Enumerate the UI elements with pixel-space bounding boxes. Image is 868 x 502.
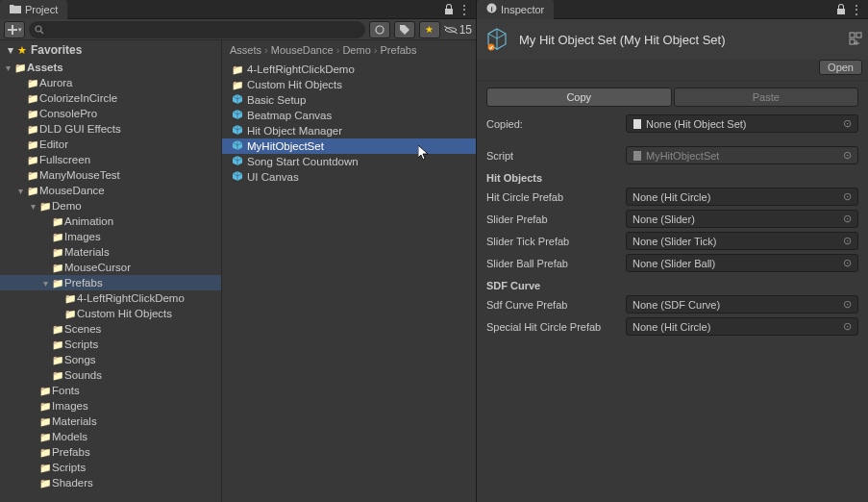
script-mini-icon [632,119,642,129]
favorites-header[interactable]: ▾ ★ Favorites [0,40,221,60]
folder-icon [26,78,39,88]
object-picker-icon[interactable]: ⊙ [843,320,852,333]
object-field[interactable]: None (Slider Tick)⊙ [626,232,858,250]
open-button[interactable]: Open [819,60,862,75]
chevron-down-icon[interactable]: ▾ [39,278,51,289]
tree-item-assets[interactable]: ▾Assets [0,60,221,75]
tree-item-materials[interactable]: Materials [0,244,221,260]
tree-item-scenes[interactable]: Scenes [0,321,221,337]
tree-item-images[interactable]: Images [0,229,221,244]
chevron-down-icon[interactable]: ▾ [27,201,38,212]
content-item-basic-setup[interactable]: Basic Setup [222,92,476,108]
object-field[interactable]: None (Slider)⊙ [626,210,858,228]
project-tab[interactable]: Project [0,0,67,19]
object-picker-icon[interactable]: ⊙ [843,190,852,203]
object-picker-icon[interactable]: ⊙ [843,213,852,225]
tree-item-label: Images [64,231,101,242]
breadcrumb-item[interactable]: MouseDance [271,44,334,56]
tree-item-prefabs[interactable]: ▾Prefabs [0,275,221,290]
preset-icon[interactable] [849,32,862,48]
tree-item-models[interactable]: Models [0,429,221,444]
tree-item-shaders[interactable]: Shaders [0,475,221,490]
breadcrumb-item[interactable]: Demo [342,44,370,56]
project-tree[interactable]: ▾ ★ Favorites ▾AssetsAuroraColorizeInCir… [0,40,221,502]
lock-icon[interactable] [835,4,847,15]
property-row: Slider Tick PrefabNone (Slider Tick)⊙ [477,230,868,252]
tree-item-prefabs[interactable]: Prefabs [0,444,221,460]
tree-item-mousecursor[interactable]: MouseCursor [0,260,221,275]
tree-item-mousedance[interactable]: ▾MouseDance [0,183,221,198]
property-label: Sdf Curve Prefab [486,299,626,311]
breadcrumb-separator [371,44,381,56]
tree-item-dld-gui-effects[interactable]: DLD GUI Effects [0,121,221,137]
tree-item-custom-hit-objects[interactable]: Custom Hit Objects [0,306,221,321]
object-field[interactable]: None (SDF Curve)⊙ [626,295,858,314]
content-item-myhitobjectset[interactable]: MyHitObjectSet [222,138,476,154]
breadcrumb-item[interactable]: Prefabs [381,44,417,56]
tree-item-4-leftrightclickdemo[interactable]: 4-LeftRightClickDemo [0,290,221,306]
content-item-ui-canvas[interactable]: UI Canvas [222,169,476,185]
search-field[interactable] [48,24,360,36]
object-field[interactable]: None (Hit Circle)⊙ [626,188,858,206]
menu-dots-icon[interactable]: ⋮ [851,4,862,15]
tree-item-animation[interactable]: Animation [0,213,221,229]
project-panel: Project ⋮ ▾ ★ 15 ▾ ★ F [0,0,477,502]
add-button[interactable]: ▾ [4,21,25,38]
tree-item-scripts[interactable]: Scripts [0,460,221,475]
hidden-items[interactable]: 15 [444,23,472,37]
folder-icon [232,63,243,75]
breadcrumb-item[interactable]: Assets [230,44,261,56]
object-field[interactable]: None (Slider Ball)⊙ [626,254,858,272]
tree-item-colorizeincircle[interactable]: ColorizeInCircle [0,90,221,106]
tree-item-images[interactable]: Images [0,398,221,414]
menu-dots-icon[interactable]: ⋮ [459,4,470,15]
tree-item-demo[interactable]: ▾Demo [0,198,221,213]
script-mini-icon [632,151,642,161]
lock-icon[interactable] [443,4,455,15]
tree-item-sounds[interactable]: Sounds [0,367,221,383]
tree-item-label: Editor [39,138,68,150]
tree-item-editor[interactable]: Editor [0,137,221,152]
save-search-button[interactable]: ★ [419,21,440,38]
object-picker-icon[interactable]: ⊙ [843,235,852,247]
inspector-tab-label: Inspector [501,4,544,15]
folder-icon [51,370,64,381]
object-field[interactable]: None (Hit Circle)⊙ [626,317,858,336]
tree-item-label: Materials [52,415,97,427]
folder-icon [51,278,64,289]
chevron-down-icon[interactable]: ▾ [14,186,26,196]
copied-field[interactable]: None (Hit Object Set) ⊙ [626,114,858,133]
paste-button[interactable]: Paste [674,88,859,107]
content-item-custom-hit-objects[interactable]: Custom Hit Objects [222,77,476,92]
tree-item-materials[interactable]: Materials [0,414,221,429]
filter-label-button[interactable] [394,21,415,38]
property-value: None (SDF Curve) [632,299,720,311]
search-icon [35,25,44,35]
filter-type-button[interactable] [369,21,390,38]
tree-item-songs[interactable]: Songs [0,352,221,367]
tree-item-manymousetest[interactable]: ManyMouseTest [0,167,221,183]
folder-icon [38,478,52,489]
copy-button[interactable]: Copy [486,88,672,107]
breadcrumb[interactable]: AssetsMouseDanceDemoPrefabs [222,40,476,60]
tree-item-consolepro[interactable]: ConsolePro [0,106,221,121]
content-item-label: Beatmap Canvas [247,110,332,121]
object-picker-icon[interactable]: ⊙ [843,257,852,269]
chevron-down-icon[interactable]: ▾ [2,63,13,73]
content-item-hit-object-manager[interactable]: Hit Object Manager [222,123,476,138]
property-row: Slider PrefabNone (Slider)⊙ [477,208,868,230]
folder-icon [51,339,64,350]
script-value: MyHitObjectSet [646,150,719,162]
tree-item-aurora[interactable]: Aurora [0,75,221,90]
tree-item-fullscreen[interactable]: Fullscreen [0,152,221,167]
inspector-tab[interactable]: i Inspector [477,0,554,19]
content-item-4-leftrightclickdemo[interactable]: 4-LeftRightClickDemo [222,62,476,77]
content-list[interactable]: 4-LeftRightClickDemoCustom Hit ObjectsBa… [222,60,476,502]
content-item-song-start-countdown[interactable]: Song Start Countdown [222,154,476,169]
tree-item-scripts[interactable]: Scripts [0,337,221,352]
content-item-beatmap-canvas[interactable]: Beatmap Canvas [222,108,476,123]
tree-item-fonts[interactable]: Fonts [0,383,221,398]
object-picker-icon[interactable]: ⊙ [843,117,852,130]
object-picker-icon[interactable]: ⊙ [843,298,852,311]
search-input[interactable] [29,21,365,38]
